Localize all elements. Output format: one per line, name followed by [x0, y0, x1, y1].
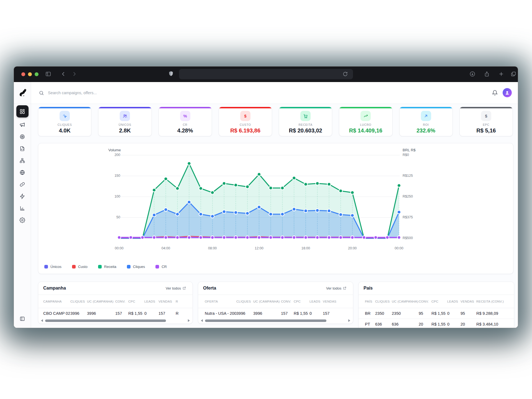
kpi-accent-bar	[339, 107, 392, 108]
megaphone-icon	[19, 122, 25, 128]
scrollbar-track[interactable]	[205, 319, 346, 322]
ver-todos-label: Ver todos	[326, 286, 341, 290]
legend-swatch	[127, 265, 131, 268]
legend-item-custo[interactable]: Custo	[72, 265, 88, 269]
table-row: Nutra - USA - 200$39963996157R$ 1,550157	[198, 308, 353, 319]
scrollbar-thumb[interactable]	[45, 319, 166, 322]
kpi-value: 2.8K	[119, 127, 131, 134]
shield-icon[interactable]	[168, 71, 174, 77]
table-cell: 157	[323, 311, 353, 316]
column-header: CPC	[294, 300, 310, 303]
scrollbar-thumb[interactable]	[205, 319, 326, 322]
kpi-card-receita: RECEITAR$ 20.603,02	[279, 107, 332, 136]
table-cell: 20	[461, 322, 476, 326]
scroll-left-arrow[interactable]	[201, 319, 203, 322]
sidebar-item-links[interactable]	[17, 179, 28, 190]
tab-overview-icon[interactable]	[510, 71, 516, 77]
sidebar-item-pages[interactable]	[17, 143, 28, 154]
address-bar[interactable]	[179, 69, 353, 79]
table-card-header: País	[359, 282, 514, 295]
screen: CLIQUES4.0KÚNICOS2.8K%CR4.28%$CUSTOR$ 6.…	[0, 0, 532, 399]
table-cell: R	[176, 311, 193, 316]
notifications-bell-icon[interactable]	[492, 90, 498, 96]
user-avatar[interactable]	[503, 88, 512, 97]
ver-todos-label: Ver todos	[166, 286, 181, 290]
kpi-value: R$ 20.603,02	[289, 127, 322, 134]
table-cell: R$ 1,55	[431, 311, 447, 316]
scrollbar-track[interactable]	[45, 319, 186, 322]
table-header-row: CAMPANHACLIQUESUC (CAMPANHA)CONV.CPCLEAD…	[38, 295, 193, 308]
downloads-icon[interactable]	[469, 71, 475, 77]
back-button[interactable]	[60, 71, 66, 77]
legend-item-unicos[interactable]: Únicos	[44, 265, 62, 269]
table-title: País	[364, 286, 373, 291]
sidebar-item-campaigns[interactable]	[17, 119, 28, 130]
table-cell: 2350	[392, 311, 419, 316]
column-header: UC (CAMPANHA)	[87, 300, 115, 303]
column-header: CPC	[128, 300, 144, 303]
gear-icon	[19, 217, 25, 223]
target-icon	[19, 134, 25, 140]
sidebar-item-automations[interactable]	[17, 191, 28, 202]
kpi-accent-bar	[219, 107, 272, 108]
column-header: VENDAS	[158, 300, 176, 303]
column-header: R	[176, 300, 193, 303]
search-input[interactable]	[47, 90, 165, 95]
table-row: BR2350235095R$ 1,55095R$ 9.288,09	[359, 308, 514, 319]
kpi-card-unicos: ÚNICOS2.8K	[98, 107, 152, 136]
ver-todos-link[interactable]: Ver todos	[166, 286, 186, 290]
legend-item-cliques[interactable]: Cliques	[127, 265, 145, 269]
legend-item-receita[interactable]: Receita	[98, 265, 116, 269]
column-header: UC (CAMPANHA)	[253, 300, 281, 303]
table-card-oferta: OfertaVer todosOFERTACLIQUESUC (CAMPANHA…	[198, 282, 353, 324]
kpi-value: R$ 6.193,86	[230, 127, 260, 134]
column-header: CLIQUES	[236, 300, 253, 303]
kpi-card-cr: %CR4.28%	[158, 107, 212, 136]
table-title: Oferta	[203, 286, 216, 291]
new-tab-icon[interactable]	[498, 71, 504, 77]
table-cell: R$ 9.288,09	[476, 311, 514, 316]
share-icon[interactable]	[484, 71, 490, 77]
kpi-accent-bar	[279, 107, 332, 108]
minimize-button[interactable]	[28, 72, 32, 76]
legend-swatch	[72, 265, 76, 268]
legend-item-cr[interactable]: CR	[155, 265, 167, 269]
sidebar-item-targets[interactable]	[17, 131, 28, 142]
column-header: LEADS	[144, 300, 158, 303]
sidebar-collapse-button[interactable]	[17, 313, 28, 324]
ver-todos-link[interactable]: Ver todos	[326, 286, 346, 290]
scroll-right-arrow[interactable]	[348, 319, 350, 322]
timeseries-chart	[38, 143, 513, 274]
forward-button[interactable]	[71, 71, 77, 77]
kpi-label: RECEITA	[298, 123, 312, 126]
kpi-accent-bar	[98, 107, 151, 108]
sidebar-item-reports[interactable]	[17, 203, 28, 214]
external-link-icon	[343, 287, 346, 290]
close-button[interactable]	[21, 72, 25, 76]
arrow-up-right-icon	[421, 111, 431, 121]
globe-icon	[19, 170, 25, 175]
sidebar-item-domains[interactable]	[17, 167, 28, 178]
table-title: Campanha	[43, 286, 66, 291]
lightning-icon	[19, 193, 25, 199]
scroll-left-arrow[interactable]	[41, 319, 43, 322]
table-cell: 636	[375, 322, 392, 326]
table-header-row: OFERTACLIQUESUC (CAMPANHA)CONV.CPCLEADSV…	[198, 295, 353, 308]
cart-icon	[300, 111, 311, 121]
horizontal-scrollbar[interactable]	[198, 319, 353, 323]
sidebar-toggle-icon[interactable]	[45, 71, 51, 77]
sidebar-item-dashboard[interactable]	[16, 105, 29, 117]
table-cell: R$ 1,55	[294, 311, 310, 316]
sidebar-item-flows[interactable]	[17, 155, 28, 166]
table-cell: BR	[365, 311, 375, 316]
scroll-right-arrow[interactable]	[188, 319, 190, 322]
link-icon	[19, 181, 25, 187]
zoom-button[interactable]	[35, 72, 39, 76]
sidebar-item-settings[interactable]	[17, 214, 28, 226]
dashboard-grid-icon	[19, 109, 25, 114]
app-logo[interactable]	[14, 82, 31, 104]
reload-icon[interactable]	[342, 71, 348, 77]
horizontal-scrollbar[interactable]	[38, 319, 193, 323]
table-row: PT63663620R$ 1,55020R$ 3.484,10	[359, 319, 514, 328]
tables-row: CampanhaVer todosCAMPANHACLIQUESUC (CAMP…	[38, 282, 513, 328]
